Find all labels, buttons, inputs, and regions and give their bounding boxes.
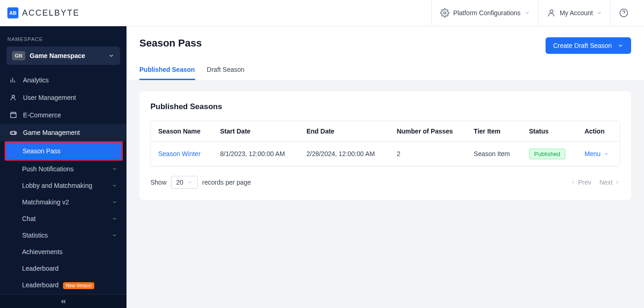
sidebar-item-analytics[interactable]: Analytics (0, 71, 126, 89)
sidebar-sub-leaderboard-new[interactable]: Leaderboard New Version (0, 277, 126, 293)
chevron-right-icon (615, 180, 620, 185)
col-start-date: Start Date (213, 121, 299, 142)
help-icon (619, 8, 628, 17)
namespace-selector[interactable]: GN Game Namespace (6, 46, 120, 65)
sidebar-sub-label: Leaderboard (22, 281, 58, 289)
sidebar-collapse-button[interactable] (0, 294, 126, 308)
sidebar: NAMESPACE GN Game Namespace Analytics Us… (0, 26, 126, 308)
col-number-passes: Number of Passes (389, 121, 466, 142)
sidebar-item-game-management[interactable]: Game Management (0, 124, 126, 141)
sidebar-item-label: Game Management (23, 129, 80, 136)
chevron-down-icon (112, 199, 117, 205)
chevron-double-left-icon (60, 298, 67, 305)
sidebar-sub-label: Matchmaking v2 (22, 198, 69, 206)
sidebar-sub-label: Chat (22, 215, 36, 222)
sidebar-sub-label: Lobby and Matchmaking (22, 182, 92, 189)
sidebar-sub-push-notifications[interactable]: Push Notifications (0, 161, 126, 177)
svg-point-0 (444, 12, 446, 14)
page-size-select[interactable]: 20 (171, 176, 198, 189)
highlight-season-pass: Season Pass (5, 141, 123, 161)
logo-mark: AB (7, 7, 18, 18)
cell-end-date: 2/28/2024, 12:00:00 AM (299, 142, 389, 166)
sidebar-sub-matchmaking-v2[interactable]: Matchmaking v2 (0, 194, 126, 210)
sidebar-sub-lobby-matchmaking[interactable]: Lobby and Matchmaking (0, 177, 126, 194)
page-header: Season Pass Create Draft Season Publishe… (126, 26, 644, 80)
prev-label: Prev (578, 179, 591, 186)
help-button[interactable] (610, 0, 637, 26)
status-badge: Published (529, 149, 565, 159)
sidebar-sub-label: Statistics (22, 232, 48, 239)
sidebar-item-user-management[interactable]: User Management (0, 89, 126, 106)
prev-button[interactable]: Prev (570, 179, 591, 186)
chevron-down-icon (187, 180, 193, 185)
user-icon (9, 93, 17, 102)
tab-published-season[interactable]: Published Season (139, 61, 195, 80)
platform-configurations-menu[interactable]: Platform Configurations (431, 0, 538, 26)
season-name-link[interactable]: Season Winter (158, 150, 201, 157)
next-label: Next (599, 179, 613, 186)
chart-bar-icon (9, 76, 17, 84)
menu-label: Menu (585, 150, 601, 157)
chevron-down-icon (108, 52, 115, 59)
chevron-down-icon (617, 42, 624, 49)
top-header: AB ACCELBYTE Platform Configurations My … (0, 0, 644, 26)
main-content: Season Pass Create Draft Season Publishe… (126, 26, 644, 308)
sidebar-sub-label: Achievements (22, 248, 63, 256)
row-menu-button[interactable]: Menu (585, 150, 609, 157)
sidebar-sub-achievements[interactable]: Achievements (0, 244, 126, 260)
chevron-down-icon (597, 10, 602, 16)
svg-rect-8 (11, 114, 16, 118)
sidebar-sub-season-pass[interactable]: Season Pass (6, 143, 121, 159)
col-end-date: End Date (299, 121, 389, 142)
gear-icon (440, 8, 449, 17)
page-size-value: 20 (176, 179, 184, 186)
records-per-page-label: records per page (202, 179, 251, 186)
sidebar-sub-chat[interactable]: Chat (0, 210, 126, 227)
new-version-badge: New Version (63, 282, 94, 289)
col-tier-item: Tier Item (466, 121, 522, 142)
card-title: Published Seasons (150, 102, 620, 111)
sidebar-sub-label: Push Notifications (22, 165, 74, 173)
col-action: Action (577, 121, 620, 142)
sidebar-sub-label: Leaderboard (22, 265, 58, 272)
svg-point-13 (15, 133, 15, 134)
cell-start-date: 8/1/2023, 12:00:00 AM (213, 142, 299, 166)
platform-configurations-label: Platform Configurations (453, 9, 520, 17)
my-account-menu[interactable]: My Account (538, 0, 610, 26)
sidebar-item-label: Analytics (23, 76, 49, 84)
create-button-label: Create Draft Season (553, 42, 612, 49)
sidebar-sub-leaderboard[interactable]: Leaderboard (0, 260, 126, 277)
svg-point-1 (550, 10, 553, 13)
chevron-left-icon (570, 180, 576, 185)
gamepad-icon (9, 128, 17, 137)
namespace-name: Game Namespace (30, 52, 104, 59)
cell-tier-item: Season Item (466, 142, 522, 166)
sidebar-item-label: E-Commerce (23, 111, 61, 119)
next-button[interactable]: Next (599, 179, 620, 186)
header-right: Platform Configurations My Account (431, 0, 637, 26)
tabs: Published Season Draft Season (139, 61, 631, 80)
sidebar-item-label: User Management (23, 94, 76, 101)
chevron-down-icon (524, 10, 530, 16)
tab-draft-season[interactable]: Draft Season (207, 61, 245, 80)
chevron-down-icon (112, 216, 117, 221)
brand-logo: AB ACCELBYTE (7, 7, 80, 18)
sidebar-sub-label: Season Pass (23, 147, 61, 155)
svg-point-7 (12, 95, 14, 98)
page-title: Season Pass (139, 37, 202, 49)
shop-icon (9, 111, 17, 119)
user-icon (547, 8, 556, 17)
table-footer: Show 20 records per page (150, 176, 620, 189)
chevron-down-icon (604, 151, 609, 157)
col-status: Status (522, 121, 577, 142)
sidebar-sub-statistics[interactable]: Statistics (0, 227, 126, 244)
create-draft-season-button[interactable]: Create Draft Season (546, 37, 631, 54)
sidebar-item-ecommerce[interactable]: E-Commerce (0, 106, 126, 124)
namespace-label: NAMESPACE (0, 26, 126, 46)
show-label: Show (150, 179, 167, 186)
table-row: Season Winter 8/1/2023, 12:00:00 AM 2/28… (151, 142, 620, 166)
chevron-down-icon (112, 183, 117, 188)
brand-name: ACCELBYTE (22, 8, 80, 18)
seasons-table: Season Name Start Date End Date Number o… (151, 121, 620, 166)
published-seasons-card: Published Seasons Season Name Start Date… (139, 91, 631, 200)
